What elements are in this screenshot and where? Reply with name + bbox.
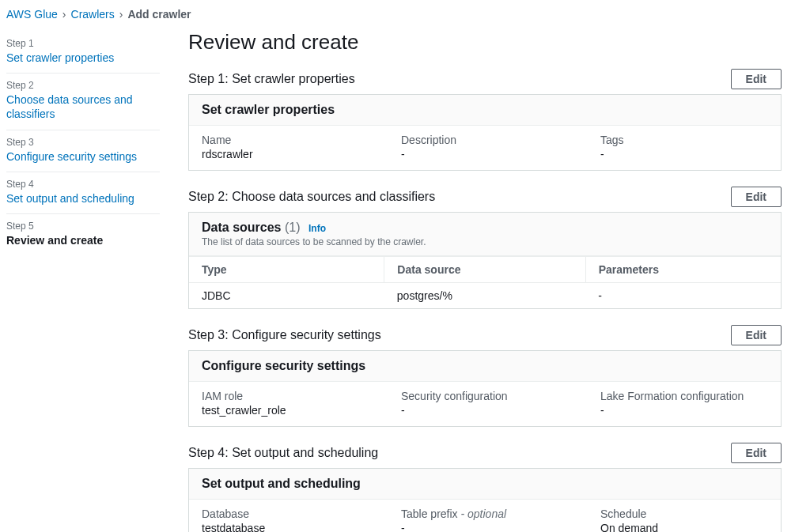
wizard-step-label[interactable]: Configure security settings (6, 149, 160, 164)
wizard-step-label[interactable]: Choose data sources and classifiers (6, 92, 160, 121)
edit-step1-button[interactable]: Edit (731, 69, 782, 89)
prop-value-database: testdatabase (202, 522, 369, 532)
cell-data-source: postgres/% (384, 283, 585, 309)
breadcrumb-root[interactable]: AWS Glue (6, 8, 58, 21)
breadcrumb: AWS Glue › Crawlers › Add crawler (0, 0, 791, 25)
table-row: JDBC postgres/% - (189, 283, 781, 309)
wizard-step-3[interactable]: Step 3 Configure security settings (6, 130, 160, 172)
page-title: Review and create (188, 30, 782, 55)
prop-label-table-prefix: Table prefix - optional (401, 507, 569, 520)
chevron-right-icon: › (62, 8, 66, 21)
prop-value-tags: - (600, 148, 768, 160)
wizard-step-5: Step 5 Review and create (6, 214, 160, 255)
prop-label-security-config: Security configuration (401, 390, 569, 402)
section-title: Step 2: Choose data sources and classifi… (188, 190, 435, 204)
prop-value-description: - (401, 148, 569, 160)
review-step2: Step 2: Choose data sources and classifi… (188, 187, 782, 309)
breadcrumb-current: Add crawler (127, 8, 191, 21)
prop-value-iam-role: test_crawler_role (202, 404, 369, 417)
chevron-right-icon: › (119, 8, 123, 21)
breadcrumb-crawlers[interactable]: Crawlers (71, 8, 115, 21)
panel-title: Set output and scheduling (202, 477, 768, 491)
wizard-step-label[interactable]: Set crawler properties (6, 51, 160, 65)
edit-step4-button[interactable]: Edit (731, 443, 782, 463)
col-data-source: Data source (384, 257, 585, 283)
optional-hint: - optional (458, 507, 506, 520)
col-type: Type (189, 257, 384, 283)
data-sources-table: Type Data source Parameters JDBC postgre… (189, 256, 781, 308)
panel-title: Configure security settings (202, 359, 768, 373)
cell-type: JDBC (189, 283, 384, 309)
review-step1: Step 1: Set crawler properties Edit Set … (188, 69, 782, 171)
info-link[interactable]: Info (308, 223, 326, 234)
wizard-step-2[interactable]: Step 2 Choose data sources and classifie… (6, 74, 160, 130)
wizard-step-1[interactable]: Step 1 Set crawler properties (6, 32, 160, 74)
wizard-step-label: Review and create (6, 233, 160, 247)
prop-label-lake-formation: Lake Formation configuration (600, 390, 768, 402)
prop-label-name: Name (202, 134, 369, 146)
prop-value-table-prefix: - (401, 522, 569, 532)
prop-label-tags: Tags (600, 134, 768, 146)
wizard-step-num: Step 4 (6, 179, 160, 190)
main-content: Review and create Step 1: Set crawler pr… (166, 25, 791, 532)
panel-subhead: The list of data sources to be scanned b… (202, 236, 768, 247)
prop-label-description: Description (401, 134, 569, 146)
prop-value-name: rdscrawler (202, 148, 369, 160)
review-step4: Step 4: Set output and scheduling Edit S… (188, 443, 782, 532)
section-title: Step 3: Configure security settings (188, 328, 381, 342)
panel-title: Set crawler properties (202, 103, 768, 117)
panel-title: Data sources (1) Info (202, 221, 768, 235)
data-sources-count: (1) (285, 221, 301, 234)
wizard-step-4[interactable]: Step 4 Set output and scheduling (6, 172, 160, 214)
wizard-step-num: Step 2 (6, 80, 160, 91)
section-title: Step 4: Set output and scheduling (188, 446, 378, 460)
col-parameters: Parameters (585, 257, 781, 283)
prop-label-iam-role: IAM role (202, 390, 369, 402)
section-title: Step 1: Set crawler properties (188, 72, 355, 86)
cell-parameters: - (585, 283, 781, 309)
prop-label-database: Database (202, 507, 369, 520)
prop-value-schedule: On demand (600, 522, 768, 532)
edit-step3-button[interactable]: Edit (731, 325, 782, 345)
prop-value-security-config: - (401, 404, 569, 417)
prop-value-lake-formation: - (600, 404, 768, 417)
prop-label-schedule: Schedule (600, 507, 768, 520)
review-step3: Step 3: Configure security settings Edit… (188, 325, 782, 427)
wizard-step-num: Step 5 (6, 221, 160, 232)
wizard-sidebar: Step 1 Set crawler properties Step 2 Cho… (0, 25, 166, 532)
wizard-step-num: Step 1 (6, 38, 160, 49)
prop-label-table-prefix-text: Table prefix (401, 507, 458, 520)
wizard-step-label[interactable]: Set output and scheduling (6, 191, 160, 206)
edit-step2-button[interactable]: Edit (731, 187, 782, 207)
panel-title-text: Data sources (202, 221, 282, 234)
wizard-step-num: Step 3 (6, 137, 160, 148)
